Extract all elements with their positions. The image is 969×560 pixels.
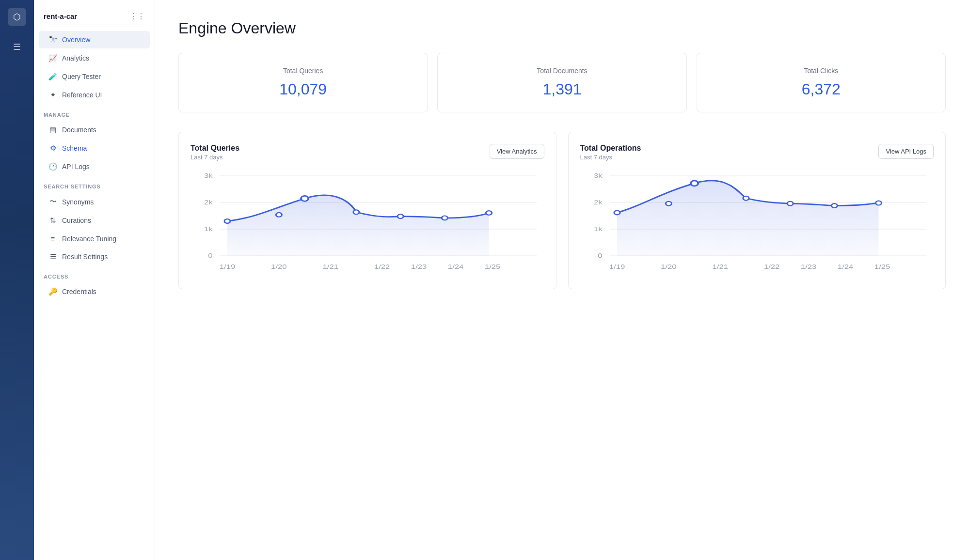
- chart-total-operations: Total Operations Last 7 days View API Lo…: [568, 132, 946, 289]
- sidebar-item-relevance-tuning[interactable]: ≡ Relevance Tuning: [39, 230, 150, 247]
- left-bar: ⬡ ☰: [0, 0, 34, 560]
- chart-icon: 📈: [48, 54, 57, 62]
- svg-text:1/23: 1/23: [800, 264, 816, 270]
- sidebar-item-credentials[interactable]: 🔑 Credentials: [39, 283, 150, 300]
- svg-text:1/22: 1/22: [763, 264, 779, 270]
- svg-text:3k: 3k: [204, 173, 213, 179]
- svg-text:0: 0: [598, 253, 602, 259]
- svg-text:1/24: 1/24: [837, 264, 853, 270]
- svg-text:3k: 3k: [593, 173, 602, 179]
- stat-card-total-documents: Total Documents 1,391: [437, 53, 686, 112]
- sidebar-item-schema[interactable]: ⚙ Schema: [39, 140, 150, 157]
- svg-text:1/25: 1/25: [485, 264, 501, 270]
- manage-section-label: MANAGE: [34, 104, 155, 121]
- svg-point-33: [743, 196, 748, 201]
- svg-point-11: [353, 210, 359, 214]
- grid-icon[interactable]: ⋮⋮: [129, 12, 145, 21]
- svg-text:1/20: 1/20: [271, 264, 287, 270]
- chart1-title: Total Queries: [191, 144, 239, 153]
- svg-text:1/25: 1/25: [874, 264, 890, 270]
- chart2-svg: 3k 2k 1k 0: [580, 171, 934, 277]
- sidebar-item-result-settings[interactable]: ☰ Result Settings: [39, 248, 150, 265]
- svg-text:1/22: 1/22: [374, 264, 390, 270]
- svg-point-8: [224, 219, 230, 223]
- svg-text:1/21: 1/21: [323, 264, 339, 270]
- sidebar-header: rent-a-car ⋮⋮: [34, 8, 155, 31]
- chart2-header: Total Operations Last 7 days View API Lo…: [580, 144, 934, 161]
- svg-point-12: [397, 214, 403, 218]
- logo[interactable]: ⬡: [8, 8, 26, 26]
- page-title: Engine Overview: [178, 19, 946, 37]
- doc-icon: ▤: [48, 125, 57, 134]
- sidebar-item-synonyms[interactable]: 〜 Synonyms: [39, 193, 150, 211]
- tune-icon: ≡: [48, 234, 57, 243]
- stat-value-queries: 10,079: [191, 80, 415, 98]
- svg-point-35: [831, 203, 837, 208]
- chart-total-queries: Total Queries Last 7 days View Analytics…: [178, 132, 556, 289]
- sidebar-item-curations[interactable]: ⇅ Curations: [39, 212, 150, 229]
- chart1-header: Total Queries Last 7 days View Analytics: [191, 144, 544, 161]
- stat-card-total-queries: Total Queries 10,079: [178, 53, 428, 112]
- search-settings-label: SEARCH SETTINGS: [34, 176, 155, 192]
- sidebar-item-reference-ui[interactable]: ✦ Reference UI: [39, 86, 150, 104]
- svg-point-32: [690, 181, 698, 186]
- access-section-label: ACCESS: [34, 266, 155, 282]
- svg-text:1/20: 1/20: [661, 264, 677, 270]
- waves-icon: 〜: [48, 197, 57, 206]
- view-api-logs-button[interactable]: View API Logs: [878, 144, 934, 159]
- binoculars-icon: 🔭: [48, 35, 57, 44]
- svg-text:2k: 2k: [593, 200, 602, 206]
- svg-point-10: [301, 196, 308, 201]
- svg-text:1/19: 1/19: [609, 264, 625, 270]
- svg-text:0: 0: [208, 253, 212, 259]
- svg-point-34: [787, 202, 793, 206]
- sidebar-item-query-tester[interactable]: 🧪 Query Tester: [39, 68, 150, 85]
- stat-label-queries: Total Queries: [191, 67, 415, 75]
- hamburger-button[interactable]: ☰: [13, 42, 21, 52]
- logo-icon: ⬡: [13, 12, 21, 22]
- svg-text:1/19: 1/19: [220, 264, 236, 270]
- sidebar-item-api-logs[interactable]: 🕐 API Logs: [39, 158, 150, 175]
- key-icon: 🔑: [48, 287, 57, 296]
- chart1-titles: Total Queries Last 7 days: [191, 144, 239, 161]
- svg-point-9: [276, 213, 282, 217]
- sidebar: rent-a-car ⋮⋮ 🔭 Overview 📈 Analytics 🧪 Q…: [34, 0, 155, 560]
- main-content: Engine Overview Total Queries 10,079 Tot…: [155, 0, 969, 560]
- svg-point-30: [614, 211, 620, 215]
- sidebar-item-documents[interactable]: ▤ Documents: [39, 121, 150, 139]
- svg-text:1/24: 1/24: [448, 264, 464, 270]
- stat-label-documents: Total Documents: [449, 67, 674, 75]
- list-icon: ☰: [48, 252, 57, 261]
- svg-text:1k: 1k: [204, 226, 213, 233]
- sidebar-app-name: rent-a-car: [44, 12, 77, 20]
- stats-row: Total Queries 10,079 Total Documents 1,3…: [178, 53, 946, 112]
- sidebar-item-analytics[interactable]: 📈 Analytics: [39, 49, 150, 67]
- flask-icon: 🧪: [48, 72, 57, 81]
- chart1-area: 3k 2k 1k 0: [191, 171, 544, 277]
- svg-point-36: [875, 201, 881, 205]
- sparkle-icon: ✦: [48, 91, 57, 99]
- svg-point-31: [666, 202, 671, 206]
- chart1-svg: 3k 2k 1k 0: [191, 171, 544, 277]
- stat-value-clicks: 6,372: [709, 80, 934, 98]
- chart2-title: Total Operations: [580, 144, 641, 153]
- clock-icon: 🕐: [48, 162, 57, 171]
- chart1-subtitle: Last 7 days: [191, 154, 239, 161]
- svg-text:2k: 2k: [204, 200, 213, 206]
- chart2-subtitle: Last 7 days: [580, 154, 641, 161]
- stat-card-total-clicks: Total Clicks 6,372: [697, 53, 946, 112]
- sliders-icon: ⇅: [48, 216, 57, 225]
- charts-row: Total Queries Last 7 days View Analytics…: [178, 132, 946, 289]
- chart2-area: 3k 2k 1k 0: [580, 171, 934, 277]
- chart2-titles: Total Operations Last 7 days: [580, 144, 641, 161]
- svg-point-14: [486, 211, 492, 215]
- svg-text:1k: 1k: [593, 226, 602, 233]
- svg-point-13: [442, 216, 447, 220]
- svg-text:1/23: 1/23: [411, 264, 427, 270]
- stat-value-documents: 1,391: [449, 80, 674, 98]
- view-analytics-button[interactable]: View Analytics: [490, 144, 544, 159]
- svg-text:1/21: 1/21: [712, 264, 728, 270]
- gear-icon: ⚙: [48, 144, 57, 153]
- sidebar-item-overview[interactable]: 🔭 Overview: [39, 31, 150, 48]
- stat-label-clicks: Total Clicks: [709, 67, 934, 75]
